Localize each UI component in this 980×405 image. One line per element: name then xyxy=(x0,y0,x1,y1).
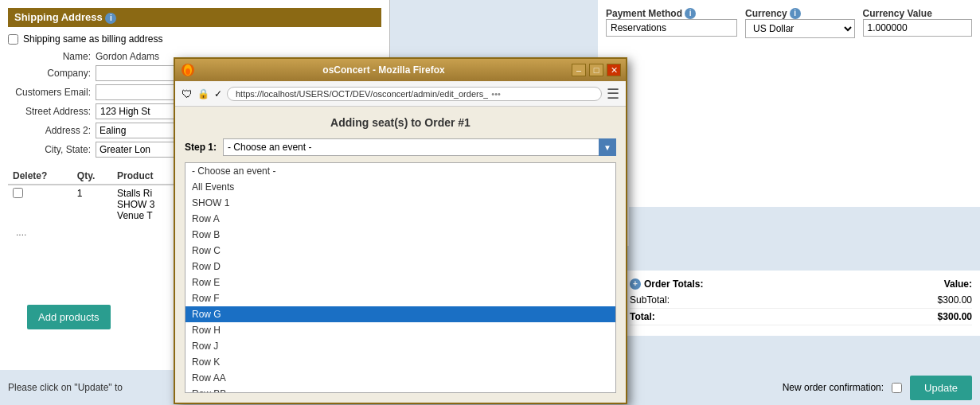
firefox-title: osConcert - Mozilla Firefox xyxy=(196,64,572,76)
payment-method-label: Payment Method xyxy=(606,8,682,19)
firefox-window-controls: – □ ✕ xyxy=(572,64,621,76)
city-label: City, State: xyxy=(8,144,96,155)
currency-select[interactable]: US Dollar xyxy=(745,19,855,38)
dropdown-item-show1[interactable]: SHOW 1 xyxy=(185,195,615,211)
shipping-title: Shipping Address xyxy=(14,11,103,23)
update-button[interactable]: Update xyxy=(910,376,972,400)
verify-icon: ✓ xyxy=(214,88,222,99)
dropdown-item-rowj[interactable]: Row J xyxy=(185,338,615,354)
qty-col-header: Qty. xyxy=(72,167,112,185)
name-label: Name: xyxy=(8,51,96,62)
dropdown-item-all-events[interactable]: All Events xyxy=(185,179,615,195)
dropdown-container: - Choose an event - All Events SHOW 1 Ro… xyxy=(185,162,616,393)
dropdown-item-rowd[interactable]: Row D xyxy=(185,259,615,275)
currency-value-header: Currency Value xyxy=(863,8,973,19)
totals-value-header: Value: xyxy=(944,278,972,290)
totals-title-wrap: + Order Totals: xyxy=(630,278,703,290)
payment-method-info[interactable]: i xyxy=(685,8,696,19)
dropdown-item-rowf[interactable]: Row F xyxy=(185,290,615,306)
same-as-billing-label: Shipping same as billing address xyxy=(23,33,162,45)
currency-value-input[interactable] xyxy=(863,19,973,37)
product-col-header: Product xyxy=(112,167,182,185)
totals-title: Order Totals: xyxy=(644,278,703,290)
currency-value-label: Currency Value xyxy=(863,8,932,19)
street-label: Street Address: xyxy=(8,106,96,117)
modal-title: Adding seat(s) to Order #1 xyxy=(185,116,616,129)
payment-method-input[interactable] xyxy=(606,19,737,37)
totals-header: + Order Totals: Value: xyxy=(630,278,972,290)
firefox-addressbar: 🛡 🔒 ✓ https://localhost/USERS/OCT/DEV/os… xyxy=(175,81,626,107)
minimize-button[interactable]: – xyxy=(572,64,586,76)
dropdown-item-rowe[interactable]: Row E xyxy=(185,275,615,290)
maximize-button[interactable]: □ xyxy=(589,64,603,76)
dropdown-item-rowk[interactable]: Row K xyxy=(185,354,615,370)
dropdown-list[interactable]: - Choose an event - All Events SHOW 1 Ro… xyxy=(185,162,616,393)
currency-select-wrap: US Dollar xyxy=(745,19,855,38)
payment-headers: Payment Method i Currency i US Dollar Cu… xyxy=(606,8,972,38)
hamburger-menu-icon[interactable]: ☰ xyxy=(607,85,619,103)
currency-info[interactable]: i xyxy=(790,8,801,19)
url-dots: ••• xyxy=(491,89,501,99)
subtotal-label: SubTotal: xyxy=(630,294,670,306)
email-label: Customers Email: xyxy=(8,87,96,98)
step1-row: Step 1: - Choose an event - All Events S… xyxy=(185,138,616,156)
name-value: Gordon Adams xyxy=(96,51,159,62)
product-cell: Stalls Ri SHOW 3 Venue T xyxy=(112,185,182,224)
dropdown-item-choose[interactable]: - Choose an event - xyxy=(185,163,615,179)
firefox-logo-icon xyxy=(180,62,196,78)
bottom-right: New order confirmation: Update xyxy=(783,376,972,400)
company-label: Company: xyxy=(8,68,96,79)
url-text: https://localhost/USERS/OCT/DEV/osconcer… xyxy=(236,89,488,99)
total-label: Total: xyxy=(630,311,655,322)
dropdown-item-rowa[interactable]: Row A xyxy=(185,211,615,227)
payment-panel: Payment Method i Currency i US Dollar Cu… xyxy=(598,0,980,207)
shipping-section-header: Shipping Address i xyxy=(8,8,381,27)
same-as-billing-row: Shipping same as billing address xyxy=(8,33,381,45)
step1-label: Step 1: xyxy=(185,142,217,153)
total-row: Total: $300.00 xyxy=(630,311,972,325)
firefox-modal: osConcert - Mozilla Firefox – □ ✕ 🛡 🔒 ✓ … xyxy=(174,57,627,404)
delete-col-header: Delete? xyxy=(8,167,72,185)
total-value: $300.00 xyxy=(938,311,972,322)
firefox-titlebar: osConcert - Mozilla Firefox – □ ✕ xyxy=(175,59,626,81)
add-products-button[interactable]: Add products xyxy=(27,305,111,329)
address2-label: Address 2: xyxy=(8,125,96,136)
update-notice: Please click on "Update" to xyxy=(8,382,123,393)
lock-icon: 🔒 xyxy=(197,88,209,99)
new-order-checkbox[interactable] xyxy=(892,383,902,393)
dropdown-item-rowh[interactable]: Row H xyxy=(185,322,615,338)
event-select-wrap: - Choose an event - All Events SHOW 1 ▼ xyxy=(223,138,616,156)
dropdown-item-rowb[interactable]: Row B xyxy=(185,227,615,243)
close-button[interactable]: ✕ xyxy=(607,64,621,76)
svg-point-2 xyxy=(185,68,190,75)
dropdown-item-rowg[interactable]: Row G xyxy=(185,306,615,322)
order-totals-panel: + Order Totals: Value: SubTotal: $300.00… xyxy=(622,271,980,336)
modal-content: Adding seat(s) to Order #1 Step 1: - Cho… xyxy=(175,107,626,403)
event-select[interactable]: - Choose an event - All Events SHOW 1 xyxy=(223,138,616,156)
shipping-info-icon[interactable]: i xyxy=(105,13,116,24)
currency-label: Currency xyxy=(745,8,787,19)
new-order-label: New order confirmation: xyxy=(783,382,884,393)
same-as-billing-checkbox[interactable] xyxy=(8,34,18,45)
delete-checkbox[interactable] xyxy=(13,188,23,198)
qty-cell: 1 xyxy=(72,185,112,224)
totals-info-icon[interactable]: + xyxy=(630,278,641,290)
dropdown-item-rowbb[interactable]: Row BB xyxy=(185,386,615,393)
titlebar-left xyxy=(180,62,196,78)
street-input[interactable] xyxy=(96,103,183,119)
subtotal-row: SubTotal: $300.00 xyxy=(630,294,972,309)
url-bar[interactable]: https://localhost/USERS/OCT/DEV/osconcer… xyxy=(227,87,602,101)
payment-method-header: Payment Method i xyxy=(606,8,737,19)
currency-header: Currency i xyxy=(745,8,855,19)
subtotal-value: $300.00 xyxy=(938,294,972,306)
dropdown-item-rowaa[interactable]: Row AA xyxy=(185,370,615,386)
dropdown-item-rowc[interactable]: Row C xyxy=(185,243,615,259)
shield-icon: 🛡 xyxy=(182,88,193,100)
